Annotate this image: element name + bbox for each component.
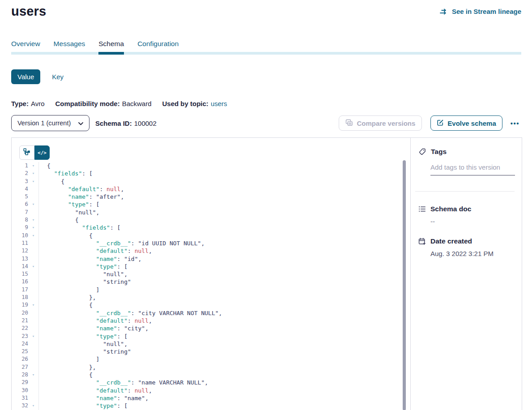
fold-arrow-icon[interactable]: ▾	[28, 178, 38, 185]
topic-link[interactable]: users	[211, 100, 227, 107]
code-text: "default": null,	[38, 317, 152, 325]
fold-arrow-icon[interactable]: ▾	[28, 201, 38, 208]
schema-controls-row: Version 1 (current) Schema ID:100002 Com…	[11, 115, 521, 131]
code-line: 29 "__crdb__": "name VARCHAR NULL",	[12, 379, 410, 386]
code-text: "__crdb__": "city VARCHAR NOT NULL",	[38, 309, 222, 317]
add-tags-input[interactable]	[430, 163, 515, 175]
used-by-topic-label: Used by topic:	[162, 100, 209, 107]
key-toggle-button[interactable]: Key	[52, 73, 64, 81]
fold-arrow-icon[interactable]: ▾	[28, 224, 38, 231]
code-line: 5 "name": "after",	[12, 193, 410, 201]
code-line: 7 "null",	[12, 209, 410, 216]
line-number: 13	[12, 255, 28, 263]
fold-spacer	[28, 363, 38, 371]
code-line: 3▾ {	[12, 178, 410, 185]
code-text: {	[38, 178, 64, 185]
schema-id: Schema ID:100002	[95, 120, 157, 127]
code-text: "__crdb__": "name VARCHAR NULL",	[38, 379, 208, 386]
schema-sidebar: Tags Schema doc --	[410, 138, 522, 410]
fold-spacer	[28, 325, 38, 332]
code-line: 1▾{	[12, 162, 410, 170]
tags-heading: Tags	[431, 148, 447, 156]
fold-spacer	[28, 340, 38, 348]
edit-icon	[437, 119, 444, 128]
date-created-section: Date created Aug. 3 2022 3:21 PM	[418, 237, 515, 257]
fold-spacer	[28, 355, 38, 363]
code-text: {	[38, 216, 78, 224]
fold-arrow-icon[interactable]: ▾	[28, 216, 38, 224]
code-line: 20 "__crdb__": "city VARCHAR NOT NULL",	[12, 309, 410, 317]
meta-type: Type:Avro	[11, 100, 44, 107]
code-line: 13 "name": "id",	[12, 255, 410, 263]
fold-arrow-icon[interactable]: ▾	[28, 232, 38, 239]
tab-overview[interactable]: Overview	[11, 40, 40, 52]
line-number: 4	[12, 185, 28, 193]
stream-lineage-icon	[440, 9, 448, 15]
compatibility-value: Backward	[122, 100, 152, 107]
tab-schema[interactable]: Schema	[98, 40, 124, 52]
tag-icon	[418, 148, 426, 156]
fold-arrow-icon[interactable]: ▾	[28, 263, 38, 270]
code-line: 18 },	[12, 294, 410, 301]
line-number: 23	[12, 333, 28, 340]
code-line: 15 "null",	[12, 270, 410, 278]
code-text: "string"	[38, 278, 131, 286]
schema-meta-row: Type:Avro Compatibility mode:Backward Us…	[11, 100, 532, 107]
date-created-heading: Date created	[430, 237, 472, 245]
code-line: 4 "default": null,	[12, 185, 410, 193]
compare-versions-icon	[345, 119, 353, 128]
fold-spacer	[28, 286, 38, 294]
vertical-scrollbar[interactable]	[403, 160, 406, 410]
chevron-down-icon	[78, 120, 83, 127]
line-number: 18	[12, 294, 28, 301]
ellipsis-icon: •••	[511, 120, 519, 127]
code-line: 6▾ "type": [	[12, 201, 410, 208]
fold-spacer	[28, 239, 38, 247]
fold-arrow-icon[interactable]: ▾	[28, 333, 38, 340]
line-number: 28	[12, 371, 28, 379]
code-view-button[interactable]: </>	[34, 145, 50, 160]
fold-arrow-icon[interactable]: ▾	[28, 371, 38, 379]
page-header: users See in Stream lineage	[0, 0, 532, 19]
stream-lineage-link[interactable]: See in Stream lineage	[440, 8, 521, 15]
fold-arrow-icon[interactable]: ▾	[28, 301, 38, 309]
fold-spacer	[28, 394, 38, 402]
fold-spacer	[28, 294, 38, 301]
line-number: 5	[12, 193, 28, 201]
code-text: },	[38, 363, 96, 371]
fold-arrow-icon[interactable]: ▾	[28, 170, 38, 177]
tab-messages[interactable]: Messages	[54, 40, 85, 52]
line-number: 9	[12, 224, 28, 231]
code-line: 28▾ {	[12, 371, 410, 379]
more-actions-button[interactable]: •••	[509, 119, 521, 128]
code-text: {	[38, 232, 93, 239]
code-text: "null",	[38, 270, 128, 278]
fold-arrow-icon[interactable]: ▾	[28, 162, 38, 170]
value-toggle-button[interactable]: Value	[11, 69, 40, 84]
evolve-schema-button[interactable]: Evolve schema	[430, 115, 502, 131]
code-text: "fields": [	[38, 170, 93, 177]
fold-arrow-icon[interactable]: ▾	[28, 402, 38, 410]
version-select[interactable]: Version 1 (current)	[11, 115, 89, 131]
line-number: 6	[12, 201, 28, 208]
line-number: 2	[12, 170, 28, 177]
fold-spacer	[28, 278, 38, 286]
code-line: 19▾ {	[12, 301, 410, 309]
code-line: 22 "name": "city",	[12, 325, 410, 332]
line-number: 19	[12, 301, 28, 309]
compare-versions-label: Compare versions	[357, 120, 415, 127]
tab-configuration[interactable]: Configuration	[137, 40, 179, 52]
code-text: "type": [	[38, 333, 128, 340]
fold-spacer	[28, 387, 38, 394]
code-text: ]	[38, 355, 99, 363]
tree-view-button[interactable]	[19, 145, 34, 160]
line-number: 31	[12, 394, 28, 402]
compare-versions-button[interactable]: Compare versions	[339, 115, 422, 131]
line-number: 20	[12, 309, 28, 317]
fold-spacer	[28, 247, 38, 255]
code-line: 26 ]	[12, 355, 410, 363]
code-line: 17 ]	[12, 286, 410, 294]
schema-doc-value: --	[430, 218, 515, 225]
code-text: },	[38, 294, 96, 301]
code-line: 12 "default": null,	[12, 247, 410, 255]
